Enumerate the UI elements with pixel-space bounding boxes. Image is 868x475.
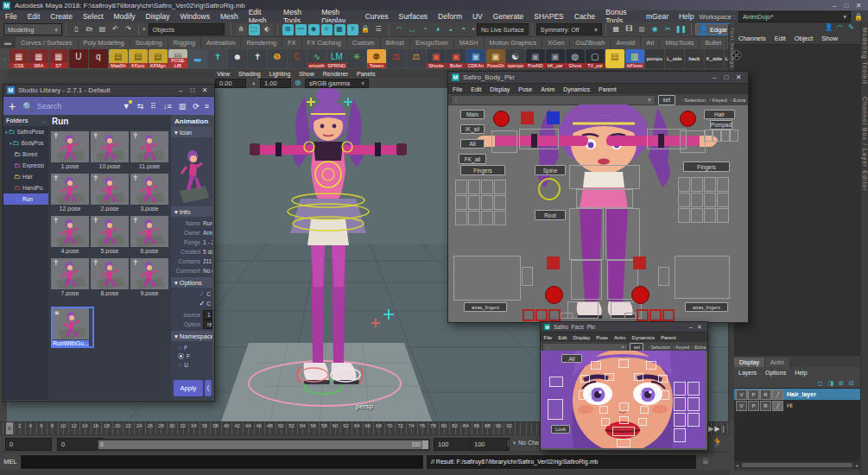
checkbox-icon[interactable]: ▫ (673, 345, 675, 350)
cb-menu-edit[interactable]: Edit (770, 35, 790, 42)
add-character-icon[interactable]: 👤 (824, 22, 833, 34)
shelf-icon-css[interactable]: ▦CSS (10, 49, 29, 68)
bp-plus-blue[interactable] (547, 111, 560, 124)
shelf-icon-cdkan[interactable]: ▣CDKAn (466, 49, 485, 68)
bp-close-button[interactable]: ✕ (732, 73, 744, 81)
filter-icon[interactable]: ▼ (123, 102, 130, 111)
apply-button[interactable]: Apply (174, 380, 203, 396)
bp-plus-red-left[interactable] (521, 111, 534, 124)
finger-select-box[interactable] (494, 180, 506, 194)
selected-pose-item[interactable]: ▣ RunWithGu... (51, 307, 94, 348)
shelf-icon-shoote[interactable]: ▣Shoote (427, 49, 446, 68)
foot-mini-select[interactable] (662, 309, 675, 321)
checkbox-icon[interactable]: ▫ (692, 345, 694, 350)
le-menu-layers[interactable]: Layers (734, 370, 761, 376)
bp-checkbox-extra[interactable]: ▫Extra (731, 97, 746, 103)
fp-checkbox-selection[interactable]: ▫Selection (648, 345, 670, 350)
camera-icon[interactable]: ◉ (649, 24, 661, 35)
fp-checkbox-keyed[interactable]: ▫Keyed (673, 345, 689, 350)
finger-select-box[interactable] (455, 180, 467, 194)
foot-mini-select[interactable] (523, 309, 535, 321)
open-scene-icon[interactable]: 🗁 (84, 24, 95, 35)
fp-minimize-button[interactable]: – (687, 324, 695, 330)
finger-select-box[interactable] (717, 193, 729, 207)
shelf-icon-pose-lib[interactable]: ▤POSE LIB (168, 49, 187, 68)
menu-generate[interactable]: Generate (488, 12, 529, 21)
apply-more-button[interactable]: ( (205, 380, 212, 396)
shelf-icon-tool-9[interactable]: ▂ (188, 49, 207, 68)
pose-thumbnail[interactable]: ✝ (91, 258, 129, 289)
pose-item[interactable]: ✝7.pose (51, 258, 91, 296)
bp-ikall-button[interactable]: IK_all (460, 124, 485, 134)
bp-maximize-button[interactable]: □ (720, 73, 732, 81)
fp-menu-file[interactable]: File (541, 335, 555, 340)
shelf-icon-sra[interactable]: ▦SRA (29, 49, 48, 68)
finger-select-box[interactable] (717, 177, 729, 192)
bp-spine-button[interactable]: Spine (535, 165, 566, 175)
foot-mini-select[interactable] (548, 309, 561, 321)
selection-mask-field[interactable]: Objects (149, 23, 225, 35)
menu-select[interactable]: Select (78, 12, 109, 21)
minimize-button[interactable]: – (828, 2, 840, 10)
shelf-icon-smooth[interactable]: ∿smooth (307, 49, 326, 68)
shelf-tab-ari[interactable]: Ari (641, 37, 660, 48)
shelf-tab-misctools[interactable]: MiscTools (660, 37, 700, 48)
folder-item-expressi[interactable]: 🗀Expressi (3, 160, 48, 171)
layer-name[interactable]: Hi (787, 402, 793, 408)
new-scene-icon[interactable]: ▯ (71, 24, 82, 35)
layer-name[interactable]: Hair_layer (787, 391, 816, 397)
checkbox-icon[interactable]: ▫ (648, 345, 649, 350)
shelf-icon-kfpro[interactable]: ▤KFpro (129, 49, 148, 68)
shelf-tab-bullet[interactable]: Bullet (700, 37, 727, 48)
pose-thumbnail[interactable]: ✝ (130, 131, 168, 162)
bp-atras-left-button[interactable]: atras_fingers (464, 302, 507, 312)
bp-menu-display[interactable]: Display (485, 86, 514, 92)
refresh-icon[interactable]: ⟳ (193, 102, 200, 111)
bp-fingers-left-button[interactable]: Fingers (460, 165, 505, 175)
shelf-icon-tool-12[interactable]: ✝ (248, 49, 267, 68)
menu-mgear[interactable]: mGear (641, 12, 674, 21)
shelf-icon-tool-14[interactable]: Ͼ (288, 49, 307, 68)
foot-dash-box[interactable] (624, 313, 637, 319)
shelf-icon-tool-10[interactable]: ✝ (208, 49, 227, 68)
layer-empty-icon[interactable]: ◻ (816, 377, 825, 389)
close-button[interactable]: ✕ (852, 2, 865, 10)
layer-row[interactable]: VPR╱Hair_layer (734, 389, 860, 400)
shelf-tab-poly-modeling[interactable]: Poly Modeling (79, 37, 130, 48)
menu-modify[interactable]: Modify (109, 12, 141, 21)
finger-select-box[interactable] (468, 195, 480, 210)
source-field[interactable]: 1 (203, 310, 212, 320)
shelf-icon-back[interactable]: back (685, 49, 704, 68)
shelf-icon-st[interactable]: ▦ST (49, 49, 68, 68)
shelf-tab-xgen[interactable]: XGen (542, 37, 570, 48)
folder-item-hair[interactable]: 🗀Hair (3, 171, 48, 182)
finger-select-box[interactable] (481, 211, 493, 225)
foot-mini-select[interactable] (649, 309, 662, 321)
sl-minimize-button[interactable]: – (174, 86, 187, 94)
shelf-tab-sculpting[interactable]: Sculpting (130, 37, 168, 48)
menu-help[interactable]: Help (674, 12, 699, 21)
shelf-icon-poond[interactable]: ▣PooND (526, 49, 545, 68)
panel-menu-view[interactable]: View (212, 71, 234, 77)
range-handle[interactable] (422, 440, 428, 449)
finger-select-box[interactable] (704, 193, 716, 207)
expand-arrow-icon[interactable]: ▾ (10, 141, 12, 146)
bp-selection-dropdown[interactable]: :▾ (451, 95, 656, 105)
exposure-field[interactable]: 0.00 (215, 79, 246, 88)
bp-head-select-r[interactable] (680, 111, 696, 127)
fp-selection-dropdown[interactable]: :▾ (542, 343, 628, 352)
finger-select-box[interactable] (691, 177, 703, 192)
menu-mesh[interactable]: Mesh (215, 12, 244, 21)
clip-icon[interactable]: ✂ (662, 24, 674, 35)
finger-select-box[interactable] (481, 195, 493, 210)
shelf-icon-spring[interactable]: LMSPRING (327, 49, 346, 68)
fp-menu-display[interactable]: Display (570, 335, 593, 340)
shelf-tab-rigging[interactable]: Rigging (168, 37, 201, 48)
layer-playback-toggle[interactable]: P (748, 401, 759, 411)
snap-point-icon[interactable]: ◈ (308, 24, 320, 35)
cb-menu-show[interactable]: Show (817, 35, 842, 42)
shelf-icon-pompo[interactable]: pompo (645, 49, 664, 68)
edit-pencil-icon[interactable]: ✎ (846, 22, 856, 34)
lock-icon[interactable]: 🔒 (360, 24, 371, 35)
shelf-icon-tween[interactable]: ⚉Tween (367, 49, 386, 68)
